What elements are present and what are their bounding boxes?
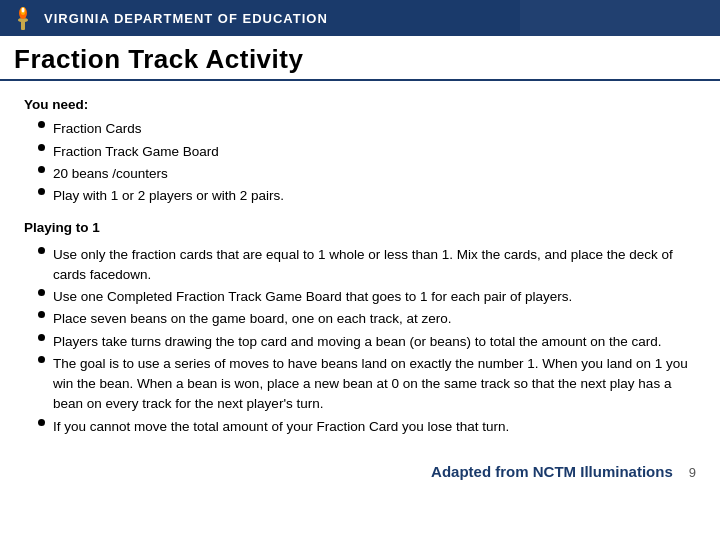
list-item: Fraction Track Game Board: [38, 142, 696, 162]
playing-section-title: Playing to 1: [24, 218, 696, 238]
bullet-dot: [38, 419, 45, 426]
bullet-dot: [38, 289, 45, 296]
list-item: Place seven beans on the game board, one…: [38, 309, 696, 329]
page-number: 9: [689, 465, 696, 480]
list-item: Use only the fraction cards that are equ…: [38, 245, 696, 286]
playing-list: Use only the fraction cards that are equ…: [38, 245, 696, 437]
bullet-dot: [38, 334, 45, 341]
list-item-text: Play with 1 or 2 players or with 2 pairs…: [53, 186, 284, 206]
list-item-text: Players take turns drawing the top card …: [53, 332, 662, 352]
bullet-dot: [38, 188, 45, 195]
header-bar: Virginia Department of Education: [0, 0, 720, 36]
list-item: If you cannot move the total amount of y…: [38, 417, 696, 437]
svg-point-4: [22, 8, 25, 13]
page-title-bar: Fraction Track Activity: [0, 36, 720, 81]
bullet-dot: [38, 356, 45, 363]
list-item-text: The goal is to use a series of moves to …: [53, 354, 696, 415]
you-need-label: You need:: [24, 95, 696, 115]
list-item-text: Use only the fraction cards that are equ…: [53, 245, 696, 286]
list-item: Play with 1 or 2 players or with 2 pairs…: [38, 186, 696, 206]
bullet-dot: [38, 121, 45, 128]
bullet-dot: [38, 247, 45, 254]
list-item-text: Fraction Cards: [53, 119, 142, 139]
main-content: You need: Fraction Cards Fraction Track …: [0, 81, 720, 459]
list-item-text: Use one Completed Fraction Track Game Bo…: [53, 287, 572, 307]
bullet-dot: [38, 166, 45, 173]
bullet-dot: [38, 311, 45, 318]
list-item-text: If you cannot move the total amount of y…: [53, 417, 509, 437]
torch-logo-icon: [12, 4, 34, 32]
list-item-text: Place seven beans on the game board, one…: [53, 309, 452, 329]
adapted-from-text: Adapted from NCTM Illuminations: [431, 463, 673, 480]
you-need-list: Fraction Cards Fraction Track Game Board…: [38, 119, 696, 206]
list-item: Fraction Cards: [38, 119, 696, 139]
list-item: The goal is to use a series of moves to …: [38, 354, 696, 415]
list-item-text: 20 beans /counters: [53, 164, 168, 184]
list-item-text: Fraction Track Game Board: [53, 142, 219, 162]
bullet-dot: [38, 144, 45, 151]
list-item: Players take turns drawing the top card …: [38, 332, 696, 352]
page-title: Fraction Track Activity: [14, 44, 303, 74]
list-item: 20 beans /counters: [38, 164, 696, 184]
footer: Adapted from NCTM Illuminations 9: [0, 459, 720, 484]
org-name: Virginia Department of Education: [44, 11, 328, 26]
list-item: Use one Completed Fraction Track Game Bo…: [38, 287, 696, 307]
